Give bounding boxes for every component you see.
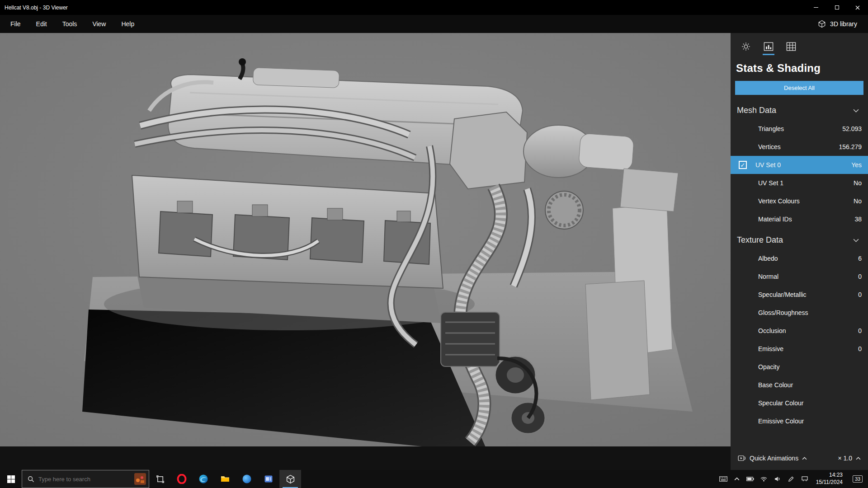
- stat-label: Opacity: [758, 363, 779, 371]
- sun-icon: [741, 42, 750, 51]
- tab-stats-shading[interactable]: [762, 40, 775, 53]
- section-rows: ✓ Triangles 52.093 ✓ Vertices 156.279 ✓ …: [731, 120, 868, 228]
- tab-grid-view[interactable]: [785, 40, 797, 53]
- taskbar-app-edge[interactable]: [193, 470, 214, 488]
- stat-row[interactable]: ✓ Base Colour: [731, 376, 868, 394]
- quick-animations-button[interactable]: Quick Animations: [738, 455, 807, 462]
- action-center-button[interactable]: 33: [848, 475, 867, 483]
- section-header[interactable]: Mesh Data: [731, 99, 868, 120]
- checkbox-checked-icon[interactable]: ✓: [739, 161, 747, 169]
- search-highlights-icon[interactable]: [134, 473, 146, 485]
- task-view-button[interactable]: [149, 470, 171, 488]
- stat-value: 6: [858, 255, 862, 262]
- stat-row[interactable]: ✓ UV Set 0 Yes: [731, 156, 868, 174]
- titlebar: Hellcat V8.obj - 3D Viewer: [0, 0, 868, 15]
- 3d-library-label: 3D library: [830, 20, 857, 28]
- stat-row[interactable]: ✓ Normal 0: [731, 267, 868, 286]
- panel-title: Stats & Shading: [731, 56, 868, 81]
- menu-items: FileEditToolsViewHelp: [3, 15, 142, 33]
- stat-row[interactable]: ✓ Vertices 156.279: [731, 138, 868, 156]
- section-header[interactable]: Texture Data: [731, 228, 868, 249]
- ink-workspace-button[interactable]: [785, 470, 797, 488]
- menu-help[interactable]: Help: [113, 15, 142, 33]
- close-button[interactable]: [847, 0, 868, 15]
- stat-row[interactable]: ✓ Gloss/Roughness: [731, 304, 868, 322]
- task-view-icon: [156, 475, 165, 483]
- stat-row[interactable]: ✓ Specular/Metallic 0: [731, 286, 868, 304]
- battery-icon: [746, 477, 754, 481]
- cube-icon: [818, 20, 826, 28]
- maximize-icon: [835, 5, 839, 9]
- close-icon: [855, 5, 860, 10]
- search-input[interactable]: [38, 476, 130, 483]
- stat-row[interactable]: ✓ Material IDs 38: [731, 210, 868, 228]
- animation-icon: [738, 455, 746, 461]
- taskbar-clock[interactable]: 14:23 15/11/2024: [812, 472, 846, 486]
- stat-value: 38: [854, 216, 862, 223]
- clock-date: 15/11/2024: [816, 479, 843, 486]
- 3d-viewer-window: Hellcat V8.obj - 3D Viewer FileEditTools…: [0, 0, 868, 488]
- menu-view[interactable]: View: [85, 15, 113, 33]
- 3d-library-button[interactable]: 3D library: [818, 20, 865, 28]
- minimize-button[interactable]: [806, 0, 826, 15]
- tab-environment[interactable]: [740, 40, 752, 53]
- stat-label: Specular/Metallic: [758, 291, 807, 298]
- stat-row[interactable]: ✓ Triangles 52.093: [731, 120, 868, 138]
- stat-row[interactable]: ✓ Albedo 6: [731, 249, 868, 267]
- taskbar-app-window[interactable]: [258, 470, 279, 488]
- deselect-all-button[interactable]: Deselect All: [735, 81, 863, 95]
- stat-value: 0: [858, 327, 862, 334]
- network-status[interactable]: [758, 470, 770, 488]
- animation-speed-label: × 1.0: [838, 455, 852, 462]
- stats-shading-panel: Stats & Shading Deselect All Mesh Data ✓…: [731, 33, 868, 470]
- stat-value: 0: [858, 291, 862, 298]
- grid-table-icon: [786, 42, 796, 51]
- stat-label: Emissive: [758, 345, 783, 352]
- stat-row[interactable]: ✓ Emissive 0: [731, 340, 868, 358]
- animation-speed-button[interactable]: × 1.0: [838, 455, 861, 462]
- ethernet-icon: [802, 476, 808, 482]
- stat-value: No: [854, 179, 862, 187]
- taskbar-app-file-explorer[interactable]: [214, 470, 236, 488]
- stat-value: 52.093: [842, 125, 862, 132]
- stats-chart-icon: [764, 42, 774, 51]
- taskbar-search[interactable]: [22, 470, 149, 488]
- chevron-up-icon: [856, 457, 861, 460]
- menu-edit[interactable]: Edit: [28, 15, 55, 33]
- stat-row[interactable]: ✓ Vertex Colours No: [731, 192, 868, 210]
- viewport-3d[interactable]: [0, 33, 731, 446]
- stat-row[interactable]: ✓ Opacity: [731, 358, 868, 376]
- stat-label: Vertices: [758, 143, 781, 150]
- menu-file[interactable]: File: [3, 15, 28, 33]
- stat-row[interactable]: ✓ Emissive Colour: [731, 412, 868, 430]
- stat-row[interactable]: ✓ Occlusion 0: [731, 322, 868, 340]
- stat-row[interactable]: ✓ Specular Colour: [731, 394, 868, 412]
- stat-value: 0: [858, 345, 862, 352]
- notification-count-badge: 33: [853, 475, 863, 483]
- quick-animations-label: Quick Animations: [750, 455, 798, 462]
- minimize-icon: [814, 7, 818, 8]
- section-rows: ✓ Albedo 6 ✓ Normal 0 ✓ Specular/Metalli…: [731, 249, 868, 430]
- taskbar-app-3d-viewer[interactable]: [279, 470, 301, 488]
- stat-label: Vertex Colours: [758, 197, 800, 205]
- menubar: FileEditToolsViewHelp 3D library: [0, 15, 868, 33]
- taskbar-app-blue[interactable]: [236, 470, 258, 488]
- start-button[interactable]: [0, 470, 22, 488]
- volume-icon: [774, 476, 781, 482]
- volume-control[interactable]: [772, 470, 783, 488]
- ethernet-status[interactable]: [799, 470, 811, 488]
- panel-section: Mesh Data ✓ Triangles 52.093 ✓ Vertices …: [731, 99, 868, 228]
- chevron-down-icon: [853, 239, 859, 242]
- menu-tools[interactable]: Tools: [55, 15, 85, 33]
- chevron-down-icon: [853, 109, 859, 113]
- battery-status[interactable]: [745, 470, 756, 488]
- clock-time: 14:23: [816, 472, 843, 479]
- opera-icon: [177, 474, 187, 484]
- blue-app-icon: [242, 474, 252, 484]
- touch-keyboard-button[interactable]: [717, 470, 729, 488]
- stat-row[interactable]: ✓ UV Set 1 No: [731, 174, 868, 192]
- taskbar-app-opera[interactable]: [171, 470, 193, 488]
- stat-value: 156.279: [839, 143, 862, 150]
- tray-expand-button[interactable]: [731, 470, 743, 488]
- maximize-button[interactable]: [826, 0, 847, 15]
